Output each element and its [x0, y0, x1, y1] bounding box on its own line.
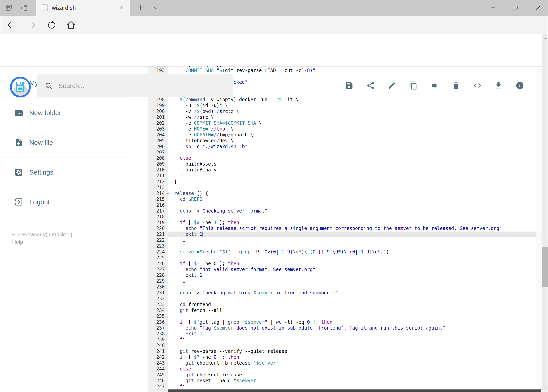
gutter-line-number[interactable]: 241 [148, 349, 165, 354]
code-line[interactable]: echo "This release script requires a sin… [168, 226, 536, 231]
code-line[interactable]: echo "Tag $semver does not exist in subm… [168, 325, 536, 331]
gutter-line-number[interactable]: 245 [148, 372, 165, 378]
tab-close-button[interactable] [118, 4, 125, 11]
code-line[interactable]: else [168, 366, 536, 372]
gutter-line-number[interactable]: 228 [148, 273, 165, 278]
code-line[interactable]: -u "$(id -u)" \ [168, 103, 536, 109]
gutter-line-number[interactable]: 246 [148, 378, 165, 384]
gutter-line-number[interactable]: 231 [148, 290, 165, 296]
code-line[interactable] [168, 255, 536, 261]
code-line[interactable] [168, 185, 536, 191]
gutter-line-number[interactable]: 225 [148, 255, 165, 261]
gutter-line-number[interactable]: 237 [148, 325, 165, 331]
code-line[interactable]: exit 1 [168, 331, 536, 337]
gutter-line-number[interactable]: 215 [148, 196, 165, 202]
back-button[interactable] [6, 20, 16, 30]
set-tabs-aside-button[interactable] [19, 3, 29, 13]
code-line[interactable]: exit 1 [168, 231, 536, 237]
raw-view-button[interactable] [473, 81, 481, 90]
code-line[interactable]: } [168, 179, 536, 185]
save-button[interactable] [345, 81, 354, 90]
code-line[interactable]: fi [168, 173, 536, 179]
gutter-line-number[interactable]: 217 [148, 208, 165, 214]
gutter-line-number[interactable]: 209 [148, 161, 165, 167]
code-line[interactable]: buildAssets [168, 161, 536, 167]
gutter-line-number[interactable]: 227 [148, 267, 165, 273]
gutter-line-number[interactable]: 219 [148, 220, 165, 226]
gutter-line-number[interactable]: 213 [148, 185, 165, 191]
gutter-line-number[interactable]: 239 [148, 337, 165, 343]
code-line[interactable]: -e HOME="//tmp" \ [168, 126, 536, 132]
code-line[interactable]: fi [168, 278, 536, 284]
search-box[interactable] [37, 74, 233, 97]
gutter-line-number[interactable]: 236 [148, 319, 165, 325]
gutter-line-number[interactable]: 226 [148, 261, 165, 267]
gutter-line-number[interactable]: 212 [148, 179, 165, 185]
code-line[interactable]: git fetch --all [168, 308, 536, 314]
gutter-line-number[interactable]: 220 [148, 226, 165, 231]
code-line[interactable] [168, 314, 536, 319]
code-line[interactable] [168, 284, 536, 290]
code-line[interactable]: echo "Not valid semver format. See semve… [168, 267, 536, 273]
code-line[interactable]: git checkout -b release "$semver" [168, 360, 536, 366]
share-file-button[interactable] [366, 81, 375, 90]
gutter-line-number[interactable]: 201 [148, 114, 165, 120]
code-line[interactable]: -e GOPATH=//tmp/gopath \ [168, 132, 536, 138]
tab-preview-button[interactable] [4, 3, 14, 13]
gutter-line-number[interactable]: 242 [148, 354, 165, 360]
new-tab-button[interactable] [136, 4, 145, 12]
gutter-line-number[interactable]: 223 [148, 243, 165, 249]
gutter-line-number[interactable]: 234 [148, 308, 165, 314]
gutter-line-number[interactable]: 208 [148, 155, 165, 161]
code-line[interactable]: fi [168, 384, 536, 390]
info-button[interactable] [515, 81, 524, 90]
home-button[interactable] [66, 20, 76, 30]
code-line[interactable] [168, 343, 536, 349]
code-line[interactable]: buildBinary [168, 167, 536, 173]
code-line[interactable]: cd frontend [168, 302, 536, 308]
gutter-line-number[interactable]: 232 [148, 296, 165, 302]
gutter-line-number[interactable]: 206 [148, 144, 165, 150]
code-line[interactable]: fi [168, 237, 536, 243]
code-line[interactable]: -v /$(pwd):/src:z \ [168, 109, 536, 114]
gutter-line-number[interactable]: 229 [148, 278, 165, 284]
gutter-line-number[interactable]: 222 [148, 237, 165, 243]
code-line[interactable]: if [ $? -ne 0 ]; then [168, 261, 536, 267]
gutter-line-number[interactable]: 221 [148, 231, 165, 237]
window-minimize-button[interactable] [484, 0, 502, 15]
scroll-up-button[interactable] [541, 34, 548, 43]
code-line[interactable]: if [ $? -ne 0 ]; then [168, 354, 536, 360]
gutter-line-number[interactable]: 233 [148, 302, 165, 308]
gutter-line-number[interactable]: 207 [148, 150, 165, 156]
code-line[interactable]: git rev-parse --verify --quiet release [168, 349, 536, 354]
gutter-line-number[interactable]: 210 [148, 167, 165, 173]
code-line[interactable]: -w //src \ [168, 114, 536, 120]
sidebar-item-new-folder[interactable]: New folder [0, 103, 129, 123]
gutter-line-number[interactable]: 214 [148, 191, 165, 196]
gutter-line-number[interactable]: 200 [148, 109, 165, 114]
gutter-line-number[interactable]: 203 [148, 126, 165, 132]
gutter-line-number[interactable]: 238 [148, 331, 165, 337]
gutter-line-number[interactable]: 211 [148, 173, 165, 179]
scrollbar-thumb[interactable] [542, 247, 548, 287]
fold-arrow-icon[interactable] [166, 193, 169, 195]
gutter-line-number[interactable]: 193 [148, 68, 165, 74]
browser-tab[interactable]: wizard.sh [36, 0, 130, 16]
code-line[interactable]: -e COMMIT_SHA=$COMMIT_SHA \ [168, 120, 536, 126]
code-line[interactable]: exit 1 [168, 273, 536, 278]
gutter-line-number[interactable]: 224 [148, 249, 165, 255]
gutter-line-number[interactable]: 244 [148, 366, 165, 372]
window-maximize-button[interactable] [507, 0, 525, 15]
tab-dropdown-button[interactable] [151, 4, 160, 12]
version-link[interactable]: File Browser v(untracked) [12, 231, 72, 238]
forward-button[interactable] [27, 20, 37, 30]
gutter-line-number[interactable]: 198 [148, 97, 165, 103]
download-button[interactable] [494, 81, 503, 90]
gutter-line-number[interactable]: 240 [148, 343, 165, 349]
code-line[interactable] [168, 296, 536, 302]
code-line[interactable]: cd $REPO [168, 196, 536, 202]
sidebar-item-logout[interactable]: Logout [0, 192, 129, 212]
code-line[interactable]: COMMIT_SHA="$(git rev-parse HEAD | cut -… [168, 68, 536, 74]
gutter-line-number[interactable]: 205 [148, 138, 165, 144]
gutter-line-number[interactable]: 243 [148, 360, 165, 366]
